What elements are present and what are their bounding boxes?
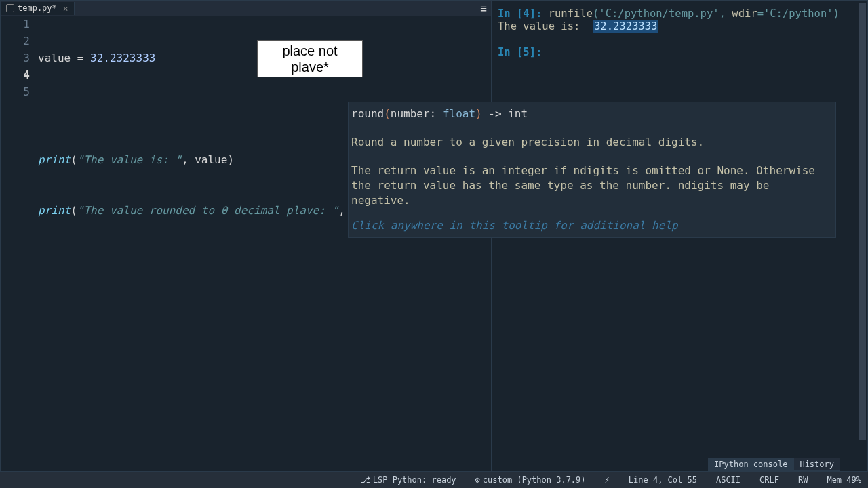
tab-history[interactable]: History (793, 458, 840, 471)
tooltip-desc2: The return value is an integer if ndigit… (351, 163, 833, 208)
code-editor[interactable]: 1 2 3 4 5 value = 32.2323333 print("The … (1, 16, 491, 471)
status-memory[interactable]: Mem 49% (827, 475, 861, 485)
status-mode[interactable]: RW (798, 475, 808, 485)
kite-icon[interactable] (605, 475, 610, 485)
status-python-env[interactable]: custom (Python 3.7.9) (475, 475, 586, 485)
editor-pane: temp.py* × ≡ 1 2 3 4 5 value = 32.232333… (0, 0, 492, 472)
console-line (498, 33, 862, 46)
status-bar: LSP Python: ready custom (Python 3.7.9) … (0, 472, 868, 488)
file-tab-temp-py[interactable]: temp.py* × (1, 2, 75, 15)
status-encoding[interactable]: ASCII (716, 475, 741, 485)
tab-filename: temp.py* (18, 3, 57, 13)
status-lsp[interactable]: LSP Python: ready (361, 475, 456, 485)
tooltip-signature: round(number: float) -> int (351, 106, 833, 121)
code-lines[interactable]: value = 32.2323333 print("The value is: … (38, 16, 491, 471)
status-cursor[interactable]: Line 4, Col 55 (629, 475, 697, 485)
status-eol[interactable]: CRLF (760, 475, 779, 485)
tooltip-help-link[interactable]: Click anywhere in this tooltip for addit… (351, 218, 833, 233)
editor-tabs: temp.py* × ≡ (1, 1, 491, 16)
line-gutter: 1 2 3 4 5 (1, 16, 38, 471)
code-line (38, 253, 491, 270)
console-line: In [4]: runfile('C:/python/temp.py', wdi… (498, 7, 862, 20)
tooltip-desc: Round a number to a given precision in d… (351, 135, 833, 150)
annotation-callout: place not plave* (257, 40, 363, 77)
scroll-thumb[interactable] (859, 3, 866, 440)
hamburger-icon[interactable]: ≡ (480, 2, 487, 15)
file-icon (6, 4, 14, 12)
console-line: The value is: 32.2323333 (498, 20, 862, 33)
console-tabs: IPython console History (492, 456, 867, 471)
scrollbar[interactable] (859, 3, 866, 440)
signature-tooltip[interactable]: round(number: float) -> int Round a numb… (348, 102, 836, 238)
console-line: In [5]: (498, 46, 862, 59)
tab-ipython-console[interactable]: IPython console (708, 458, 793, 471)
close-icon[interactable]: × (63, 3, 68, 14)
